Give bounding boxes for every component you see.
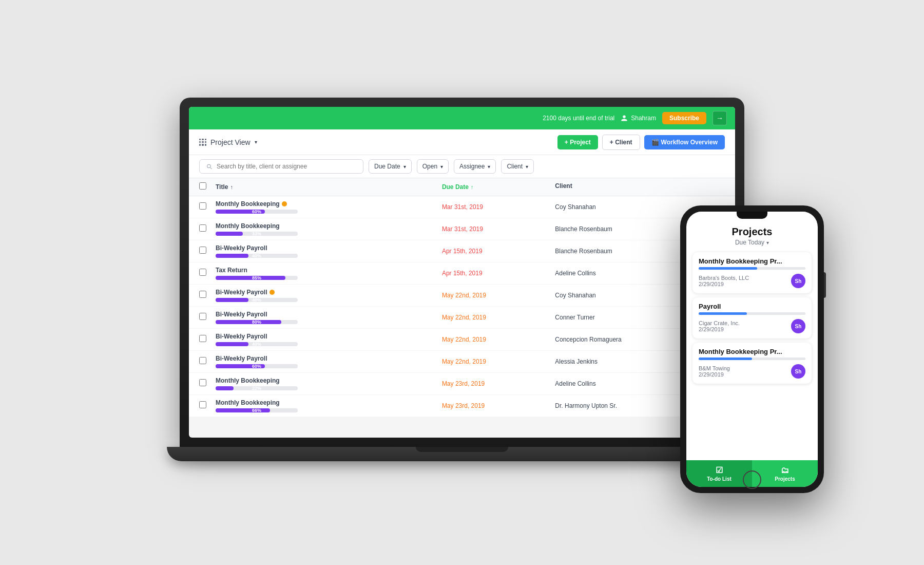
table-row[interactable]: Bi-Weekly Payroll 60% May 22nd, 2019 Ale… [189,351,735,373]
row-checkbox[interactable] [199,202,216,212]
warning-indicator [282,201,287,206]
row-due-date: May 23rd, 2019 [442,380,555,387]
row-title-text: Bi-Weekly Payroll [216,311,267,318]
assignee-label: Assignee [459,163,485,170]
projects-icon: 🗂 [781,466,789,475]
phone-nav-projects[interactable]: 🗂 Projects [752,460,818,487]
progress-fill: 60% [216,210,265,214]
phone-project-card[interactable]: Payroll Cigar Crate, Inc. 2/29/2019 Sh [692,297,812,338]
row-checkbox[interactable] [199,291,216,300]
table-row[interactable]: Monthly Bookkeeping 60% Mar 31st, 2019 C… [189,196,735,218]
phone-due-filter[interactable]: Due Today ▾ [695,239,810,246]
due-date-filter[interactable]: Due Date ▾ [369,159,412,174]
todo-icon: ☑ [716,465,723,475]
row-due-date: Apr 15th, 2019 [442,248,555,255]
phone-card-progress-bar [699,267,805,270]
user-section: Shahram [621,115,656,122]
progress-bar: 85% [216,276,298,280]
subscribe-button[interactable]: Subscribe [662,112,706,124]
phone-card-meta: B&M Towing 2/29/2019 Sh [699,364,805,379]
row-select-checkbox[interactable] [199,269,206,276]
phone-home-button[interactable] [743,470,761,489]
row-checkbox[interactable] [199,357,216,366]
table-row[interactable]: Monthly Bookkeeping 22% May 23rd, 2019 A… [189,373,735,395]
search-input[interactable] [217,163,357,170]
logout-button[interactable]: → [713,111,727,125]
due-date-header[interactable]: Due Date ↑ [442,182,555,192]
phone-project-card[interactable]: Monthly Bookkeeping Pr... B&M Towing 2/2… [692,343,812,384]
row-select-checkbox[interactable] [199,224,206,232]
row-due-date: Apr 15th, 2019 [442,270,555,277]
row-select-checkbox[interactable] [199,335,206,342]
row-checkbox[interactable] [199,247,216,256]
phone-card-title: Monthly Bookkeeping Pr... [699,257,805,265]
phone-card-progress-bar [699,312,805,315]
row-select-checkbox[interactable] [199,379,206,386]
table-row[interactable]: Monthly Bookkeeping 33% Mar 31st, 2019 B… [189,218,735,240]
table-header: Title ↑ Due Date ↑ Client [189,178,735,196]
row-checkbox[interactable] [199,313,216,322]
row-select-checkbox[interactable] [199,247,206,254]
table-row[interactable]: Bi-Weekly Payroll 80% May 22nd, 2019 Con… [189,307,735,329]
todo-label: To-do List [707,476,732,482]
row-title-cell: Bi-Weekly Payroll 40% [216,289,442,302]
table-row[interactable]: Tax Return 85% Apr 15th, 2019 Adeline Co… [189,262,735,285]
project-view-label: Project View [210,138,251,146]
progress-fill: 66% [216,408,270,412]
due-filter-label: Due Today [735,239,764,246]
client-filter[interactable]: Client ▾ [501,159,534,174]
phone-card-date: 2/29/2019 [699,281,749,287]
row-select-checkbox[interactable] [199,202,206,210]
progress-bar: 40% [216,298,298,302]
client-header: Client [555,182,725,192]
phone-card-title: Payroll [699,303,805,310]
row-checkbox[interactable] [199,269,216,278]
phone-screen: Projects Due Today ▾ Monthly Bookkeeping… [686,212,818,487]
select-all-checkbox[interactable] [199,182,206,190]
chevron-down-icon: ▾ [255,139,257,145]
phone-app-header: Projects Due Today ▾ [686,222,818,248]
table-row[interactable]: Bi-Weekly Payroll 40% May 22nd, 2019 Con… [189,329,735,351]
row-select-checkbox[interactable] [199,291,206,298]
add-project-button[interactable]: + Project [557,135,598,149]
phone-nav-todo[interactable]: ☑ To-do List [686,460,752,487]
workflow-button[interactable]: 🎬 Workflow Overview [644,135,725,149]
logout-icon: → [716,114,723,122]
row-checkbox[interactable] [199,401,216,410]
client-label: Client [507,163,523,170]
status-filter[interactable]: Open ▾ [417,159,449,174]
row-checkbox[interactable] [199,379,216,388]
chevron-down-icon-client: ▾ [526,164,528,170]
row-checkbox[interactable] [199,224,216,234]
sort-asc-icon: ↑ [230,184,233,190]
row-checkbox[interactable] [199,335,216,344]
row-title-text: Bi-Weekly Payroll [216,289,267,296]
row-select-checkbox[interactable] [199,401,206,408]
row-due-date: May 22nd, 2019 [442,292,555,299]
row-title-cell: Bi-Weekly Payroll 60% [216,355,442,368]
progress-bar: 40% [216,254,298,258]
checkbox-header[interactable] [199,182,216,192]
phone-project-card[interactable]: Monthly Bookkeeping Pr... Barbra's Boots… [692,252,812,293]
phone: Projects Due Today ▾ Monthly Bookkeeping… [680,205,824,493]
row-select-checkbox[interactable] [199,357,206,364]
table-row[interactable]: Bi-Weekly Payroll 40% Apr 15th, 2019 Bla… [189,240,735,262]
phone-projects-list: Monthly Bookkeeping Pr... Barbra's Boots… [686,248,818,460]
project-view-button[interactable]: Project View ▾ [199,138,257,146]
assignee-filter[interactable]: Assignee ▾ [454,159,496,174]
row-select-checkbox[interactable] [199,313,206,320]
sort-asc-icon-date: ↑ [471,184,474,190]
title-header[interactable]: Title ↑ [216,182,442,192]
username-text: Shahram [631,115,656,122]
progress-fill: 85% [216,276,285,280]
phone-card-client: B&M Towing [699,365,730,371]
progress-fill: 80% [216,320,281,324]
row-title-cell: Monthly Bookkeeping 66% [216,399,442,412]
table-body: Monthly Bookkeeping 60% Mar 31st, 2019 C… [189,196,735,432]
progress-label: 40% [252,253,261,258]
progress-label: 60% [252,364,261,369]
add-client-button[interactable]: + Client [602,135,640,150]
toolbar-actions: + Project + Client 🎬 Workflow Overview [557,135,725,150]
table-row[interactable]: Bi-Weekly Payroll 40% May 22nd, 2019 Coy… [189,285,735,307]
table-row[interactable]: Monthly Bookkeeping 66% May 23rd, 2019 D… [189,395,735,417]
